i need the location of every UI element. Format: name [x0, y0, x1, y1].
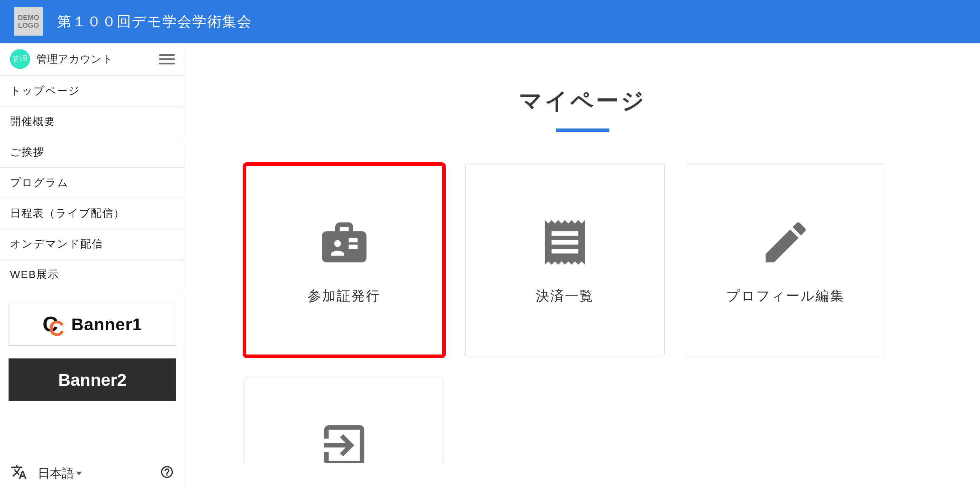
- banner-1[interactable]: CC Banner1: [8, 303, 176, 346]
- sidebar-item-greeting[interactable]: ご挨拶: [0, 137, 185, 168]
- chevron-down-icon: [76, 472, 82, 475]
- sidebar-item-overview[interactable]: 開催概要: [0, 107, 185, 137]
- banner-1-label: Banner1: [71, 315, 142, 334]
- sidebar-footer: 日本語: [0, 458, 185, 488]
- menu-icon[interactable]: [159, 54, 175, 64]
- banner-2-label: Banner2: [58, 370, 126, 390]
- language-label: 日本語: [38, 465, 74, 482]
- sidebar-item-program[interactable]: プログラム: [0, 168, 185, 198]
- help-icon[interactable]: [160, 465, 174, 482]
- banner-2[interactable]: Banner2: [8, 358, 176, 401]
- receipt-icon: [538, 216, 592, 269]
- card-payments[interactable]: 決済一覧: [465, 164, 665, 356]
- sidebar-item-ondemand[interactable]: オンデマンド配信: [0, 229, 185, 259]
- main-content: マイページ 参加証発行 決済一覧 プ: [185, 43, 980, 488]
- sidebar-item-schedule[interactable]: 日程表（ライブ配信）: [0, 198, 185, 229]
- page-title: マイページ: [213, 86, 951, 116]
- id-badge-icon: [318, 216, 371, 269]
- sidebar-item-top[interactable]: トップページ: [0, 76, 185, 107]
- card-grid: 参加証発行 決済一覧 プロフィール編集: [245, 164, 921, 463]
- banner-1-logo-icon: CC: [43, 313, 64, 336]
- language-select[interactable]: 日本語: [38, 465, 82, 482]
- logo-text-2: LOGO: [18, 21, 39, 29]
- avatar[interactable]: 管理: [10, 49, 30, 69]
- user-name: 管理アカウント: [36, 52, 159, 67]
- sidebar-item-web-exhibit[interactable]: WEB展示: [0, 259, 185, 290]
- page-title-wrap: マイページ: [213, 86, 951, 132]
- card-certificate[interactable]: 参加証発行: [245, 164, 444, 356]
- card-label: 参加証発行: [307, 287, 380, 305]
- user-row: 管理 管理アカウント: [0, 43, 185, 76]
- card-label: 決済一覧: [536, 287, 594, 305]
- translate-icon[interactable]: [11, 464, 27, 483]
- card-profile-edit[interactable]: プロフィール編集: [686, 164, 885, 356]
- sidebar: 管理 管理アカウント トップページ 開催概要 ご挨拶 プログラム 日程表（ライブ…: [0, 43, 185, 488]
- banner-area: CC Banner1 Banner2: [0, 290, 185, 414]
- pencil-icon: [759, 216, 812, 269]
- logo[interactable]: DEMO LOGO: [14, 7, 43, 36]
- exit-to-app-icon: [318, 408, 371, 463]
- card-partial-next[interactable]: [245, 378, 444, 463]
- app-header: DEMO LOGO 第１００回デモ学会学術集会: [0, 0, 980, 43]
- logo-text-1: DEMO: [18, 14, 39, 21]
- card-label: プロフィール編集: [726, 287, 845, 305]
- header-title: 第１００回デモ学会学術集会: [57, 12, 252, 31]
- title-underline: [556, 129, 609, 132]
